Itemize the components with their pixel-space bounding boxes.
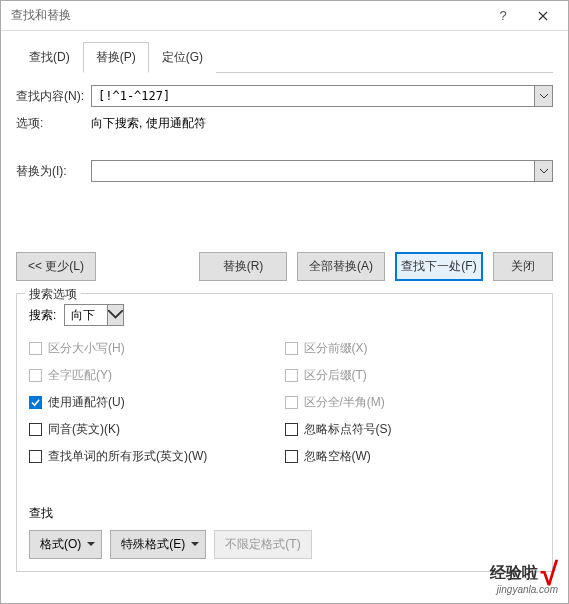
checkbox-icon	[285, 396, 298, 409]
checkbox-icon	[285, 423, 298, 436]
chevron-down-icon	[87, 542, 95, 547]
watermark-url: jingyanla.com	[490, 584, 558, 595]
match-prefix-checkbox: 区分前缀(X)	[285, 340, 541, 357]
whole-word-checkbox: 全字匹配(Y)	[29, 367, 285, 384]
find-input[interactable]	[92, 86, 534, 106]
ignore-space-checkbox[interactable]: 忽略空格(W)	[285, 448, 541, 465]
match-case-checkbox: 区分大小写(H)	[29, 340, 285, 357]
sounds-like-checkbox[interactable]: 同音(英文)(K)	[29, 421, 285, 438]
all-word-forms-checkbox[interactable]: 查找单词的所有形式(英文)(W)	[29, 448, 285, 465]
close-button[interactable]: 关闭	[493, 252, 553, 281]
close-icon[interactable]	[523, 2, 563, 30]
tab-find[interactable]: 查找(D)	[16, 42, 83, 73]
checkbox-icon	[285, 450, 298, 463]
replace-button[interactable]: 替换(R)	[199, 252, 287, 281]
checkbox-icon	[285, 369, 298, 382]
checkbox-checked-icon	[29, 396, 42, 409]
checkbox-icon	[29, 369, 42, 382]
find-format-buttons: 格式(O) 特殊格式(E) 不限定格式(T)	[29, 530, 540, 559]
action-buttons-right: 替换(R) 全部替换(A) 查找下一处(F) 关闭	[199, 252, 553, 281]
titlebar: 查找和替换 ?	[1, 1, 568, 31]
no-format-button: 不限定格式(T)	[214, 530, 311, 559]
chevron-down-icon	[107, 305, 123, 325]
match-width-checkbox: 区分全/半角(M)	[285, 394, 541, 411]
replace-input[interactable]	[92, 161, 534, 181]
find-next-button[interactable]: 查找下一处(F)	[395, 252, 483, 281]
search-direction-value: 向下	[65, 307, 107, 324]
find-label: 查找内容(N):	[16, 88, 91, 105]
tab-replace[interactable]: 替换(P)	[83, 42, 149, 73]
search-options-legend: 搜索选项	[25, 286, 81, 303]
checkbox-icon	[29, 342, 42, 355]
replace-label: 替换为(I):	[16, 163, 91, 180]
chevron-down-icon	[191, 542, 199, 547]
special-format-button[interactable]: 特殊格式(E)	[110, 530, 206, 559]
dialog-content: 查找(D) 替换(P) 定位(G) 查找内容(N): 选项: 向下搜索, 使用通…	[1, 31, 568, 582]
replace-dropdown-button[interactable]	[534, 161, 552, 181]
checkbox-grid: 区分大小写(H) 区分前缀(X) 全字匹配(Y) 区分后缀(T)	[29, 340, 540, 465]
help-button[interactable]: ?	[483, 2, 523, 30]
find-row: 查找内容(N):	[16, 85, 553, 107]
tab-bar: 查找(D) 替换(P) 定位(G)	[16, 41, 553, 73]
less-button[interactable]: << 更少(L)	[16, 252, 96, 281]
find-dropdown-button[interactable]	[534, 86, 552, 106]
use-wildcards-checkbox[interactable]: 使用通配符(U)	[29, 394, 285, 411]
search-direction-select[interactable]: 向下	[64, 304, 124, 326]
options-row: 选项: 向下搜索, 使用通配符	[16, 115, 553, 132]
replace-input-combo	[91, 160, 553, 182]
replace-row: 替换为(I):	[16, 160, 553, 182]
find-format-section: 查找 格式(O) 特殊格式(E) 不限定格式(T)	[29, 505, 540, 559]
search-options-fieldset: 搜索选项 搜索: 向下 区分大小写(H) 区分前缀(X)	[16, 293, 553, 572]
watermark: 经验啦 √ jingyanla.com	[490, 563, 558, 595]
checkmark-icon: √	[540, 564, 558, 584]
checkbox-icon	[29, 423, 42, 436]
search-direction-label: 搜索:	[29, 307, 56, 324]
watermark-text: 经验啦	[490, 563, 538, 584]
tab-goto[interactable]: 定位(G)	[149, 42, 216, 73]
replace-all-button[interactable]: 全部替换(A)	[297, 252, 385, 281]
format-button[interactable]: 格式(O)	[29, 530, 102, 559]
checkbox-icon	[285, 342, 298, 355]
checkbox-icon	[29, 450, 42, 463]
find-format-label: 查找	[29, 505, 540, 522]
find-replace-dialog: 查找和替换 ? 查找(D) 替换(P) 定位(G) 查找内容(N): 选项: 向…	[0, 0, 569, 604]
find-input-combo	[91, 85, 553, 107]
options-value: 向下搜索, 使用通配符	[91, 115, 206, 132]
action-button-row: << 更少(L) 替换(R) 全部替换(A) 查找下一处(F) 关闭	[16, 252, 553, 293]
ignore-punct-checkbox[interactable]: 忽略标点符号(S)	[285, 421, 541, 438]
search-direction-row: 搜索: 向下	[29, 304, 540, 326]
dialog-title: 查找和替换	[11, 7, 483, 24]
match-suffix-checkbox: 区分后缀(T)	[285, 367, 541, 384]
options-label: 选项:	[16, 115, 91, 132]
